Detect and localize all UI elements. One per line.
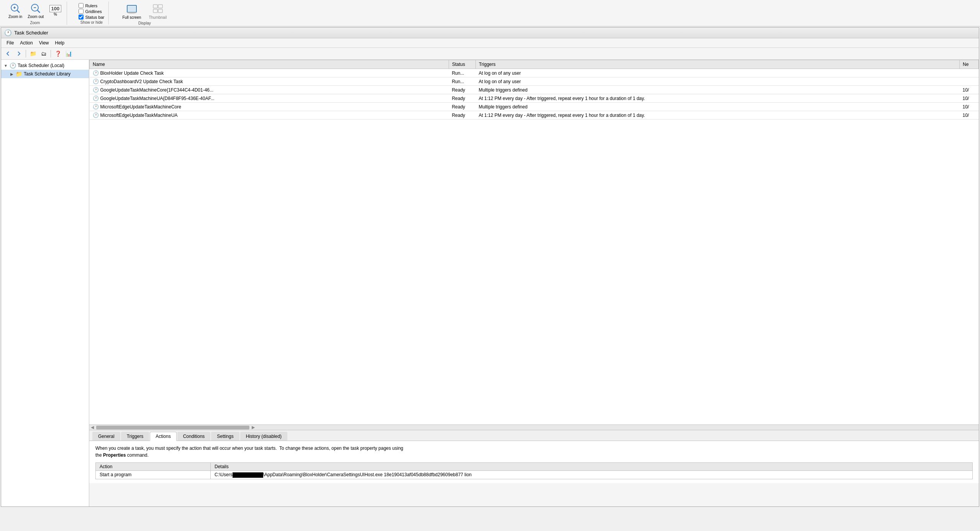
svg-rect-8 [128, 6, 136, 11]
zoom-100-button[interactable]: 100 % [48, 4, 63, 18]
zoom-in-button[interactable]: Zoom in [7, 2, 24, 20]
tab-bar: GeneralTriggersActionsConditionsSettings… [89, 430, 979, 441]
forward-button[interactable] [14, 49, 23, 58]
tree-icon-local: 🕐 [10, 62, 16, 69]
task-next-cell [960, 69, 979, 77]
task-name-cell: 🕐MicrosoftEdgeUpdateTaskMachineUA [90, 111, 449, 120]
title-bar: 🕐 Task Scheduler [1, 28, 979, 38]
task-next-cell: 10/ [960, 86, 979, 94]
tab-general[interactable]: General [92, 432, 120, 441]
menu-file[interactable]: File [3, 39, 17, 47]
main-window: 🕐 Task Scheduler File Action View Help 📁… [1, 27, 979, 507]
menu-action[interactable]: Action [17, 39, 36, 47]
actions-description: When you create a task, you must specify… [95, 445, 973, 459]
gridlines-checkbox-label[interactable]: Gridlines [79, 9, 104, 14]
ribbon: Zoom in Zoom out 100 % Zoom [0, 0, 980, 26]
task-row[interactable]: 🕐CryptoDashboardV2 Update Check Task Run… [90, 77, 979, 86]
action-col-action: Action [96, 463, 211, 471]
toolbar-sep-2 [51, 50, 51, 57]
toolbar-sep-1 [26, 50, 26, 57]
task-icon: 🕐 [93, 112, 99, 118]
task-row[interactable]: 🕐GoogleUpdateTaskMachineUA{D84F8F95-436E… [90, 94, 979, 103]
rulers-checkbox-label[interactable]: Rulers [79, 3, 104, 8]
col-name: Name [90, 60, 449, 69]
task-row[interactable]: 🕐GoogleUpdateTaskMachineCore{1FC344C4-4D… [90, 86, 979, 94]
menu-view[interactable]: View [36, 39, 52, 47]
display-group-title: Display [138, 21, 151, 25]
tree-label-library: Task Scheduler Library [24, 71, 70, 77]
show-hide-title: Show or hide [80, 20, 103, 25]
task-triggers-cell: Multiple triggers defined [475, 86, 959, 94]
task-row[interactable]: 🕐MicrosoftEdgeUpdateTaskMachineCore Read… [90, 103, 979, 111]
task-status-cell: Run... [449, 77, 475, 86]
zoom-out-button[interactable]: Zoom out [26, 2, 45, 20]
show-hide-group: Rulers Gridlines Status bar Show or hide [75, 2, 108, 25]
left-panel: ▼ 🕐 Task Scheduler (Local) ▶ 📁 Task Sche… [1, 60, 89, 506]
task-triggers-cell: At 1:12 PM every day - After triggered, … [475, 94, 959, 103]
window-title: Task Scheduler [14, 30, 48, 36]
redacted-username [233, 472, 263, 478]
task-name-cell: 🕐BloxHolder Update Check Task [90, 69, 449, 77]
gridlines-checkbox[interactable] [79, 9, 84, 14]
tree-label-local: Task Scheduler (Local) [18, 63, 64, 68]
back-button[interactable] [3, 49, 13, 58]
task-status-cell: Run... [449, 69, 475, 77]
menu-help[interactable]: Help [52, 39, 68, 47]
action-col-details: Details [210, 463, 972, 471]
statusbar-checkbox-label[interactable]: Status bar [79, 15, 104, 20]
tab-actions[interactable]: Actions [150, 432, 176, 441]
task-row[interactable]: 🕐MicrosoftEdgeUpdateTaskMachineUA Ready … [90, 111, 979, 120]
rulers-checkbox[interactable] [79, 3, 84, 8]
task-table: Name Status Triggers Ne 🕐BloxHolder Upda… [89, 60, 979, 120]
zoom-in-icon [9, 2, 21, 15]
statusbar-checkbox[interactable] [79, 15, 84, 20]
task-triggers-cell: At log on of any user [475, 77, 959, 86]
zoom-in-label: Zoom in [8, 15, 22, 19]
task-icon: 🕐 [93, 95, 99, 101]
menu-bar: File Action View Help [1, 38, 979, 48]
tree-expand-library[interactable]: ▶ [10, 72, 14, 76]
console-button[interactable]: 📊 [64, 49, 73, 58]
tab-history--disabled-[interactable]: History (disabled) [240, 432, 287, 441]
svg-line-6 [38, 10, 40, 13]
folder-button[interactable]: 📁 [28, 49, 38, 58]
task-icon: 🕐 [93, 79, 99, 84]
fullscreen-icon [126, 3, 138, 15]
task-next-cell: 10/ [960, 94, 979, 103]
thumbnail-button[interactable]: Thumbnail [146, 2, 169, 20]
task-list: Name Status Triggers Ne 🕐BloxHolder Upda… [89, 60, 979, 424]
task-name-cell: 🕐GoogleUpdateTaskMachineUA{D84F8F95-436E… [90, 94, 449, 103]
task-icon: 🕐 [93, 87, 99, 93]
task-status-cell: Ready [449, 103, 475, 111]
thumbnail-label: Thumbnail [149, 15, 167, 20]
horizontal-scrollbar[interactable]: ◀ ▶ [89, 424, 979, 430]
task-next-cell: 10/ [960, 103, 979, 111]
task-next-cell [960, 77, 979, 86]
zoom-group-title: Zoom [30, 21, 40, 25]
task-row[interactable]: 🕐BloxHolder Update Check Task Run... At … [90, 69, 979, 77]
hscroll-thumb[interactable] [96, 426, 249, 429]
task-next-cell: 10/ [960, 111, 979, 120]
fullscreen-button[interactable]: Full screen [120, 2, 144, 20]
task-icon: 🕐 [93, 70, 99, 76]
col-status: Status [449, 60, 475, 69]
tab-settings[interactable]: Settings [211, 432, 239, 441]
tab-conditions[interactable]: Conditions [177, 432, 211, 441]
action-cell-details: C:\Users \AppData\Roaming\BloxHolder\Cam… [210, 471, 972, 479]
thumbnail-icon [152, 3, 164, 15]
tasks-button[interactable]: 🗂 [39, 49, 48, 58]
task-name-cell: 🕐CryptoDashboardV2 Update Check Task [90, 77, 449, 86]
tree-item-local[interactable]: ▼ 🕐 Task Scheduler (Local) [1, 61, 89, 70]
action-row: Start a program C:\Users \AppData\Roamin… [96, 471, 973, 479]
tree-item-library[interactable]: ▶ 📁 Task Scheduler Library [1, 70, 89, 78]
svg-line-3 [17, 10, 20, 13]
help-button[interactable]: ❓ [53, 49, 62, 58]
zoom-out-icon [29, 2, 42, 15]
task-name-cell: 🕐MicrosoftEdgeUpdateTaskMachineCore [90, 103, 449, 111]
toolbar: 📁 🗂 ❓ 📊 [1, 48, 979, 60]
show-hide-checkboxes: Rulers Gridlines Status bar [79, 3, 104, 20]
tree-expand-local[interactable]: ▼ [3, 63, 8, 68]
tab-triggers[interactable]: Triggers [121, 432, 149, 441]
fullscreen-label: Full screen [123, 15, 141, 20]
col-triggers: Triggers [475, 60, 959, 69]
